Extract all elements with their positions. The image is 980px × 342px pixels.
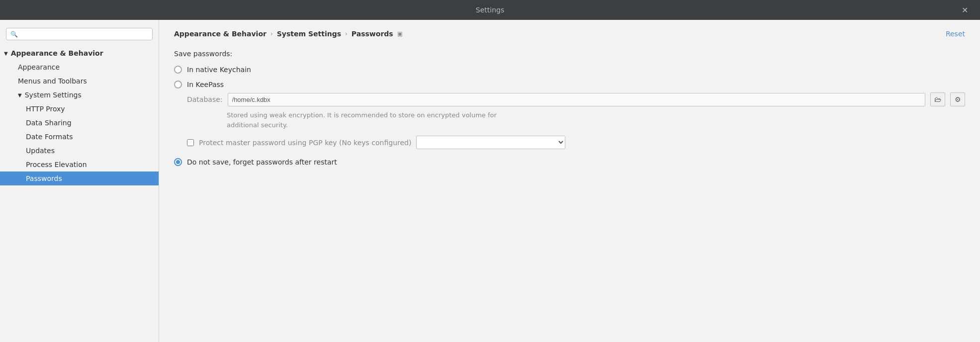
close-button[interactable]: ✕: [958, 3, 972, 17]
sidebar-item-process-elevation[interactable]: Process Elevation: [0, 158, 159, 171]
do-not-save-label: Do not save, forget passwords after rest…: [187, 158, 337, 166]
pgp-checkbox[interactable]: [187, 139, 194, 146]
pgp-dropdown[interactable]: [416, 136, 565, 149]
keepass-option[interactable]: In KeePass: [174, 81, 965, 88]
sidebar-item-label: Data Sharing: [26, 119, 72, 127]
password-options: In native Keychain In KeePass Database: …: [174, 66, 965, 166]
sidebar-item-data-sharing[interactable]: Data Sharing: [0, 116, 159, 130]
sidebar-item-label: HTTP Proxy: [26, 105, 65, 113]
sidebar-item-label: Passwords: [26, 174, 62, 182]
folder-icon: 🗁: [934, 95, 941, 103]
search-input[interactable]: [21, 30, 148, 38]
gear-button[interactable]: ⚙: [950, 92, 965, 106]
sidebar-item-label: Date Formats: [26, 133, 73, 141]
keepass-label: In KeePass: [187, 81, 224, 88]
sidebar-item-label: Updates: [26, 147, 55, 155]
sidebar-item-appearance-behavior[interactable]: ▼ Appearance & Behavior: [0, 46, 159, 60]
breadcrumb: Appearance & Behavior › System Settings …: [174, 30, 965, 38]
titlebar: Settings ✕: [0, 0, 980, 20]
save-passwords-label: Save passwords:: [174, 50, 965, 58]
sidebar-item-updates[interactable]: Updates: [0, 144, 159, 158]
sidebar-item-passwords[interactable]: Passwords: [0, 171, 159, 185]
main-container: 🔍 ▼ Appearance & Behavior Appearance Men…: [0, 20, 980, 342]
breadcrumb-menu-icon[interactable]: ▣: [397, 30, 403, 37]
radio-checked-inner: [176, 160, 180, 164]
keepass-option-group: In KeePass Database: 🗁 ⚙: [174, 81, 965, 149]
reset-button[interactable]: Reset: [946, 30, 965, 38]
keepass-sub-options: Database: 🗁 ⚙ Stored using weak encrypti…: [187, 92, 965, 149]
sidebar-item-http-proxy[interactable]: HTTP Proxy: [0, 102, 159, 116]
sidebar: 🔍 ▼ Appearance & Behavior Appearance Men…: [0, 20, 159, 342]
database-label: Database:: [187, 95, 223, 103]
sidebar-item-menus-toolbars[interactable]: Menus and Toolbars: [0, 74, 159, 88]
do-not-save-option[interactable]: Do not save, forget passwords after rest…: [174, 158, 965, 166]
radio-do-not-save[interactable]: [174, 158, 182, 166]
sidebar-item-date-formats[interactable]: Date Formats: [0, 130, 159, 144]
breadcrumb-current: Passwords: [352, 30, 393, 38]
sidebar-item-label: Process Elevation: [26, 161, 87, 169]
window-title: Settings: [476, 6, 504, 14]
native-keychain-label: In native Keychain: [187, 66, 251, 74]
sidebar-item-label: Appearance & Behavior: [11, 49, 103, 57]
chevron-down-icon: ▼: [4, 51, 8, 56]
sidebar-item-label: Appearance: [18, 63, 60, 71]
radio-keepass[interactable]: [174, 81, 182, 88]
sidebar-item-label: System Settings: [25, 91, 82, 99]
search-box[interactable]: 🔍: [6, 28, 153, 40]
content-area: Appearance & Behavior › System Settings …: [159, 20, 980, 342]
gear-icon: ⚙: [955, 95, 961, 103]
weak-encryption-note: Stored using weak encryption. It is reco…: [227, 110, 525, 130]
breadcrumb-separator-2: ›: [345, 30, 348, 37]
radio-native-keychain[interactable]: [174, 66, 182, 74]
folder-button[interactable]: 🗁: [930, 92, 945, 106]
native-keychain-option[interactable]: In native Keychain: [174, 66, 965, 74]
breadcrumb-separator-1: ›: [270, 30, 273, 37]
sidebar-item-label: Menus and Toolbars: [18, 77, 87, 85]
chevron-down-icon: ▼: [18, 92, 22, 98]
sidebar-item-appearance[interactable]: Appearance: [0, 60, 159, 74]
database-input[interactable]: [228, 93, 925, 106]
breadcrumb-item-1: Appearance & Behavior: [174, 30, 267, 38]
database-row: Database: 🗁 ⚙: [187, 92, 965, 106]
breadcrumb-item-2: System Settings: [277, 30, 341, 38]
sidebar-item-system-settings[interactable]: ▼ System Settings: [0, 88, 159, 102]
pgp-row: Protect master password using PGP key (N…: [187, 136, 965, 149]
pgp-label: Protect master password using PGP key (N…: [199, 139, 411, 147]
search-icon: 🔍: [10, 31, 18, 38]
